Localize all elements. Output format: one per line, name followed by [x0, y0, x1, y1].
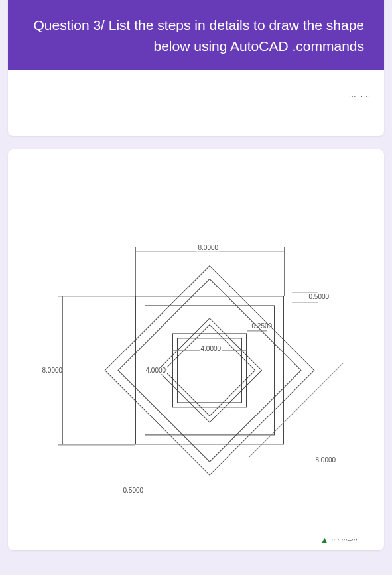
- footer-text: ···–··· · ··: [331, 535, 358, 543]
- dim-tick: [135, 247, 136, 296]
- dim-tick: [284, 247, 285, 296]
- dim-left-8: 8.0000: [42, 367, 63, 374]
- dim-lower-05: 0.5000: [123, 487, 144, 494]
- dim-mid-4: 4.0000: [200, 345, 223, 352]
- dim-diag-8: 8.0000: [316, 456, 336, 464]
- dim-offset-05: 0.5000: [309, 293, 330, 300]
- dim-mid-left-4: 4.0000: [145, 367, 168, 374]
- question-body: ···–· ··: [8, 70, 384, 136]
- dim-tick: [292, 292, 318, 292]
- upload-icon: ▲: [320, 535, 329, 545]
- body-annotation: ···–· ··: [349, 93, 371, 100]
- drawing-card: 8.0000 0.5000 0.2500 4.0000 8.0000 4.000…: [8, 149, 384, 550]
- dim-top-8: 8.0000: [196, 244, 221, 251]
- dim-fillet-025: 0.2500: [252, 322, 273, 330]
- dim-tick: [292, 302, 318, 302]
- question-text: Question 3/ List the steps in details to…: [34, 17, 364, 54]
- question-header: Question 3/ List the steps in details to…: [8, 0, 384, 70]
- question-card: Question 3/ List the steps in details to…: [8, 0, 384, 136]
- dim-tick: [247, 330, 267, 331]
- dim-tick: [58, 444, 135, 445]
- footer-annotation: ···–··· · ·· ▲: [316, 535, 358, 545]
- dim-tick: [58, 296, 135, 296]
- drawing-stage: 8.0000 0.5000 0.2500 4.0000 8.0000 4.000…: [24, 184, 369, 529]
